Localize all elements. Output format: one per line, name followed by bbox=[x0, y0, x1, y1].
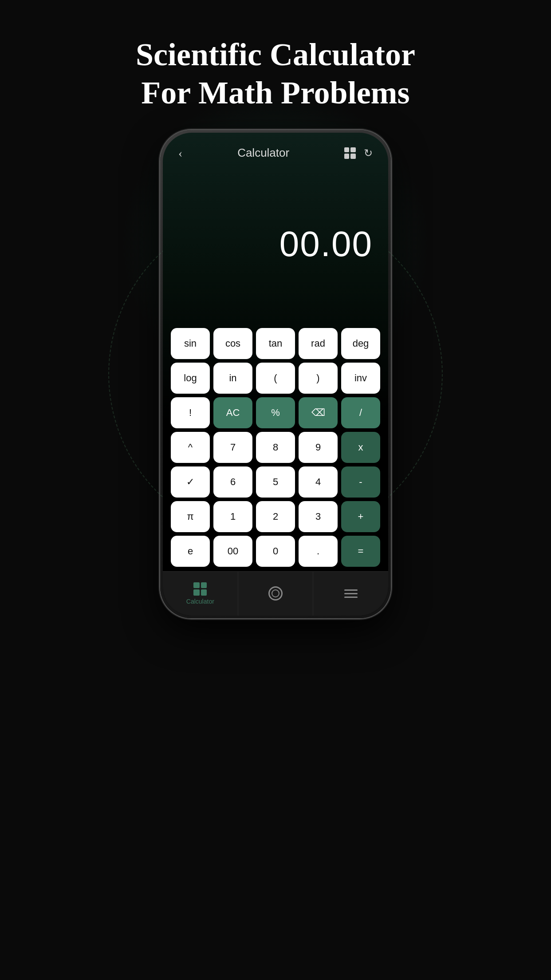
camera-icon bbox=[268, 586, 283, 601]
four-button[interactable]: 4 bbox=[299, 466, 338, 498]
grid-icon[interactable] bbox=[344, 147, 356, 159]
nav-calculator-label: Calculator bbox=[186, 598, 214, 605]
header-icons: ↻ bbox=[344, 147, 373, 159]
double-zero-button[interactable]: 00 bbox=[213, 536, 252, 567]
zero-button[interactable]: 0 bbox=[256, 536, 295, 567]
decimal-button[interactable]: . bbox=[299, 536, 338, 567]
ln-button[interactable]: in bbox=[213, 363, 252, 394]
six-button[interactable]: 6 bbox=[213, 466, 252, 498]
history-icon[interactable]: ↻ bbox=[364, 147, 373, 159]
open-paren-button[interactable]: ( bbox=[256, 363, 295, 394]
one-button[interactable]: 1 bbox=[213, 501, 252, 532]
key-row-0: sincostanraddeg bbox=[171, 328, 380, 359]
inv-button[interactable]: inv bbox=[341, 363, 380, 394]
key-row-5: π123+ bbox=[171, 501, 380, 532]
display-area: 00.00 bbox=[163, 165, 388, 324]
key-row-6: e000.= bbox=[171, 536, 380, 567]
tan-button[interactable]: tan bbox=[256, 328, 295, 359]
page-title-line1: Scientific Calculator bbox=[136, 36, 415, 74]
nine-button[interactable]: 9 bbox=[299, 432, 338, 463]
five-button[interactable]: 5 bbox=[256, 466, 295, 498]
header-title: Calculator bbox=[237, 146, 289, 160]
deg-button[interactable]: deg bbox=[341, 328, 380, 359]
equals-button[interactable]: = bbox=[341, 536, 380, 567]
percent-button[interactable]: % bbox=[256, 397, 295, 428]
power-button[interactable]: ^ bbox=[171, 432, 210, 463]
display-value: 00.00 bbox=[279, 224, 373, 265]
nav-camera[interactable] bbox=[238, 572, 314, 616]
seven-button[interactable]: 7 bbox=[213, 432, 252, 463]
phone-header: ‹ Calculator ↻ bbox=[163, 133, 388, 165]
factorial-button[interactable]: ! bbox=[171, 397, 210, 428]
cos-button[interactable]: cos bbox=[213, 328, 252, 359]
calculator-grid-icon bbox=[193, 582, 207, 596]
page-title-line2: For Math Problems bbox=[136, 74, 415, 112]
two-button[interactable]: 2 bbox=[256, 501, 295, 532]
rad-button[interactable]: rad bbox=[299, 328, 338, 359]
euler-button[interactable]: e bbox=[171, 536, 210, 567]
close-paren-button[interactable]: ) bbox=[299, 363, 338, 394]
plus-button[interactable]: + bbox=[341, 501, 380, 532]
sqrt-button[interactable]: ✓ bbox=[171, 466, 210, 498]
nav-calculator[interactable]: Calculator bbox=[163, 572, 238, 616]
divide-button[interactable]: / bbox=[341, 397, 380, 428]
keypad: sincostanraddeglogin()inv!AC%⌫/^789x✓654… bbox=[163, 324, 388, 571]
key-row-1: login()inv bbox=[171, 363, 380, 394]
sin-button[interactable]: sin bbox=[171, 328, 210, 359]
phone-shell: ‹ Calculator ↻ 00.00 sincostanraddeglogi… bbox=[160, 130, 391, 618]
backspace-button[interactable]: ⌫ bbox=[299, 397, 338, 428]
multiply-button[interactable]: x bbox=[341, 432, 380, 463]
pi-button[interactable]: π bbox=[171, 501, 210, 532]
phone-screen: ‹ Calculator ↻ 00.00 sincostanraddeglogi… bbox=[163, 133, 388, 616]
hamburger-icon bbox=[344, 589, 358, 598]
three-button[interactable]: 3 bbox=[299, 501, 338, 532]
log-button[interactable]: log bbox=[171, 363, 210, 394]
ac-button[interactable]: AC bbox=[213, 397, 252, 428]
key-row-2: !AC%⌫/ bbox=[171, 397, 380, 428]
page-title-block: Scientific Calculator For Math Problems bbox=[136, 36, 415, 112]
nav-menu[interactable] bbox=[313, 572, 388, 616]
bottom-nav: Calculator bbox=[163, 571, 388, 616]
back-button[interactable]: ‹ bbox=[178, 146, 182, 160]
eight-button[interactable]: 8 bbox=[256, 432, 295, 463]
key-row-3: ^789x bbox=[171, 432, 380, 463]
minus-button[interactable]: - bbox=[341, 466, 380, 498]
key-row-4: ✓654- bbox=[171, 466, 380, 498]
